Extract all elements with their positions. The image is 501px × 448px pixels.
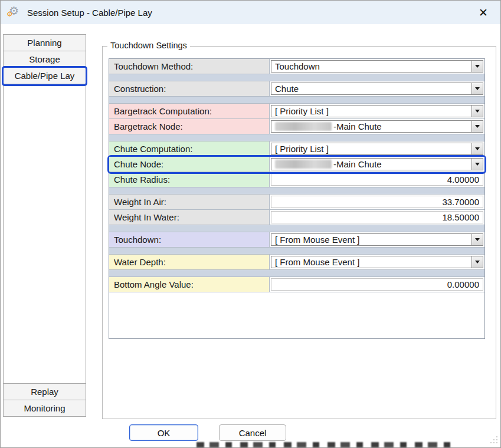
field-value-water-depth: [ From Mouse Event ] bbox=[270, 255, 484, 269]
group-separator bbox=[109, 187, 484, 195]
background-window-artifact bbox=[197, 442, 454, 447]
dropdown-selected-value: [ From Mouse Event ] bbox=[271, 256, 471, 268]
form-row-touchdown-method: Touchdown Method:Touchdown bbox=[109, 59, 484, 74]
touchdown-settings-group: Touchdown Settings Touchdown Method:Touc… bbox=[102, 46, 496, 419]
form-row-chute-radius: Chute Radius:4.00000 bbox=[109, 172, 484, 187]
group-title: Touchdown Settings bbox=[107, 41, 190, 50]
dropdown-selected-value: [ From Mouse Event ] bbox=[271, 234, 471, 245]
group-separator bbox=[109, 97, 484, 104]
dropdown-selected-value: Touchdown bbox=[271, 61, 471, 72]
field-value-touchdown-method: Touchdown bbox=[270, 59, 484, 74]
field-label-bottom-angle-value: Bottom Angle Value: bbox=[109, 277, 270, 292]
form-row-bargetrack-node: Bargetrack Node:-Main Chute bbox=[109, 119, 484, 134]
dropdown-arrow-icon[interactable] bbox=[471, 121, 483, 132]
dropdown-construction[interactable]: Chute bbox=[271, 83, 483, 95]
form-row-water-depth: Water Depth:[ From Mouse Event ] bbox=[109, 255, 484, 270]
dropdown-selected-value: [ Priority List ] bbox=[271, 143, 471, 154]
titlebar: ⚙ ⚙ Session Setup - Cable/Pipe Lay ✕ bbox=[1, 1, 500, 24]
redacted-text bbox=[275, 122, 332, 131]
sidebar-item-cable-pipe-lay[interactable]: Cable/Pipe Lay bbox=[4, 68, 86, 84]
field-value-bargetrack-node: -Main Chute bbox=[270, 119, 484, 134]
dropdown-selected-value: [ Priority List ] bbox=[271, 106, 471, 117]
dropdown-arrow-icon[interactable] bbox=[471, 159, 483, 170]
form-row-construction: Construction:Chute bbox=[109, 81, 484, 97]
form-row-chute-computation: Chute Computation:[ Priority List ] bbox=[109, 141, 484, 157]
dropdown-arrow-icon[interactable] bbox=[471, 61, 483, 72]
sidebar: Planning Storage Cable/Pipe Lay Replay M… bbox=[3, 34, 86, 417]
field-label-weight-in-air: Weight In Air: bbox=[109, 195, 270, 209]
dropdown-chute-computation[interactable]: [ Priority List ] bbox=[271, 143, 483, 155]
form-row-chute-node: Chute Node:-Main Chute bbox=[109, 157, 484, 172]
form-row-weight-in-air: Weight In Air:33.70000 bbox=[109, 195, 484, 210]
sidebar-item-storage[interactable]: Storage bbox=[4, 51, 86, 68]
group-separator bbox=[109, 248, 484, 255]
sidebar-item-monitoring[interactable]: Monitoring bbox=[4, 400, 86, 416]
input-weight-in-water[interactable]: 18.50000 bbox=[271, 211, 483, 223]
field-label-chute-computation: Chute Computation: bbox=[109, 141, 270, 156]
form-row-bottom-angle-value: Bottom Angle Value:0.00000 bbox=[109, 277, 484, 292]
dropdown-bargetrack-computation[interactable]: [ Priority List ] bbox=[271, 105, 483, 117]
field-label-bargetrack-computation: Bargetrack Computation: bbox=[109, 104, 270, 118]
dropdown-touchdown[interactable]: [ From Mouse Event ] bbox=[271, 233, 483, 246]
dropdown-arrow-icon[interactable] bbox=[471, 256, 483, 268]
group-separator bbox=[109, 270, 484, 277]
form-row-touchdown: Touchdown:[ From Mouse Event ] bbox=[109, 232, 484, 248]
dropdown-chute-node[interactable]: -Main Chute bbox=[271, 158, 483, 170]
field-value-weight-in-water: 18.50000 bbox=[270, 210, 484, 225]
resize-grip[interactable] bbox=[489, 435, 497, 443]
dropdown-arrow-icon[interactable] bbox=[471, 143, 483, 154]
dropdown-arrow-icon[interactable] bbox=[471, 106, 483, 117]
sidebar-item-planning[interactable]: Planning bbox=[4, 35, 86, 51]
form-row-weight-in-water: Weight In Water:18.50000 bbox=[109, 210, 484, 225]
gear-icon: ⚙ ⚙ bbox=[8, 5, 22, 19]
session-setup-dialog: ⚙ ⚙ Session Setup - Cable/Pipe Lay ✕ Pla… bbox=[0, 0, 501, 448]
field-value-chute-radius: 4.00000 bbox=[270, 172, 484, 187]
sidebar-spacer bbox=[4, 84, 86, 383]
field-label-chute-radius: Chute Radius: bbox=[109, 172, 270, 187]
field-value-chute-node: -Main Chute bbox=[270, 157, 484, 172]
field-value-touchdown: [ From Mouse Event ] bbox=[270, 232, 484, 247]
field-label-weight-in-water: Weight In Water: bbox=[109, 210, 270, 225]
table-filler bbox=[109, 292, 484, 338]
cancel-button[interactable]: Cancel bbox=[219, 424, 286, 441]
form-row-bargetrack-computation: Bargetrack Computation:[ Priority List ] bbox=[109, 104, 484, 119]
dropdown-selected-value: -Main Chute bbox=[271, 121, 471, 132]
field-value-bargetrack-computation: [ Priority List ] bbox=[270, 104, 484, 118]
ok-button[interactable]: OK bbox=[129, 424, 198, 441]
field-value-chute-computation: [ Priority List ] bbox=[270, 141, 484, 156]
input-chute-radius[interactable]: 4.00000 bbox=[271, 173, 483, 186]
group-separator bbox=[109, 225, 484, 232]
close-icon[interactable]: ✕ bbox=[474, 4, 492, 21]
window-title: Session Setup - Cable/Pipe Lay bbox=[27, 8, 152, 18]
dropdown-selected-value: Chute bbox=[271, 83, 471, 94]
group-separator bbox=[109, 134, 484, 141]
field-value-bottom-angle-value: 0.00000 bbox=[270, 277, 484, 292]
group-separator bbox=[109, 74, 484, 81]
field-value-construction: Chute bbox=[270, 81, 484, 96]
field-label-water-depth: Water Depth: bbox=[109, 255, 270, 269]
field-label-bargetrack-node: Bargetrack Node: bbox=[109, 119, 270, 134]
redacted-text bbox=[275, 160, 332, 169]
field-label-touchdown-method: Touchdown Method: bbox=[109, 59, 270, 74]
dropdown-touchdown-method[interactable]: Touchdown bbox=[271, 60, 483, 73]
dropdown-arrow-icon[interactable] bbox=[471, 234, 483, 245]
field-label-touchdown: Touchdown: bbox=[109, 232, 270, 247]
sidebar-item-replay[interactable]: Replay bbox=[4, 383, 86, 400]
field-label-construction: Construction: bbox=[109, 81, 270, 96]
settings-table: Touchdown Method:TouchdownConstruction:C… bbox=[109, 58, 485, 339]
input-bottom-angle-value[interactable]: 0.00000 bbox=[271, 278, 483, 291]
dropdown-water-depth[interactable]: [ From Mouse Event ] bbox=[271, 256, 483, 268]
dropdown-selected-value: -Main Chute bbox=[271, 159, 471, 170]
field-label-chute-node: Chute Node: bbox=[109, 157, 270, 172]
settings-table-rows: Touchdown Method:TouchdownConstruction:C… bbox=[109, 59, 484, 292]
field-value-weight-in-air: 33.70000 bbox=[270, 195, 484, 209]
dropdown-bargetrack-node[interactable]: -Main Chute bbox=[271, 120, 483, 133]
dropdown-arrow-icon[interactable] bbox=[471, 83, 483, 94]
input-weight-in-air[interactable]: 33.70000 bbox=[271, 196, 483, 208]
